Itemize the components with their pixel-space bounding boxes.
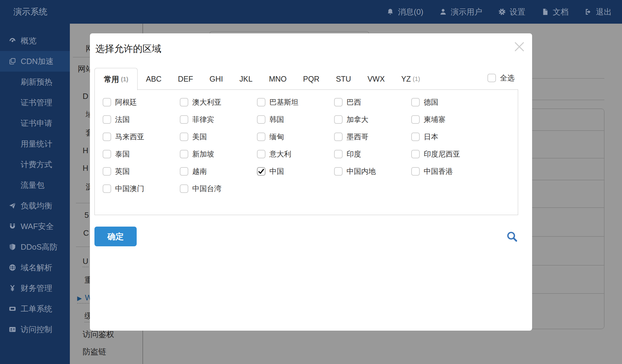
region-option[interactable]: 阿根廷 [103, 97, 180, 107]
tab-ABC[interactable]: ABC [138, 68, 169, 90]
region-label: 英国 [115, 167, 130, 176]
tab-JKL[interactable]: JKL [231, 68, 261, 90]
sidebar-item-label: 证书管理 [21, 97, 52, 108]
checkbox[interactable] [180, 98, 188, 106]
region-option[interactable]: 美国 [180, 132, 257, 142]
sidebar-item-12[interactable]: 域名解析 [0, 257, 70, 278]
sidebar-item-7[interactable]: 计费方式 [0, 154, 70, 175]
region-option[interactable]: 中国澳门 [103, 184, 180, 194]
close-icon[interactable] [511, 39, 527, 55]
region-option[interactable]: 中国内地 [334, 167, 411, 176]
checkbox[interactable] [257, 115, 265, 124]
nav-item-label: 退出 [596, 7, 612, 17]
sidebar-item-14[interactable]: 工单系统 [0, 298, 70, 319]
checkbox[interactable] [103, 184, 111, 193]
sidebar-item-9[interactable]: 负载均衡 [0, 195, 70, 216]
tab-label: PQR [303, 75, 320, 83]
region-label: 越南 [192, 167, 207, 176]
sidebar-item-8[interactable]: 流量包 [0, 175, 70, 195]
region-option[interactable]: 马来西亚 [103, 132, 180, 142]
sidebar-item-6[interactable]: 用量统计 [0, 133, 70, 154]
region-option[interactable]: 柬埔寨 [411, 115, 488, 124]
search-icon[interactable] [505, 229, 519, 244]
checkbox[interactable] [411, 133, 420, 141]
region-option[interactable]: 新加坡 [180, 149, 257, 159]
sidebar-item-5[interactable]: 证书申请 [0, 113, 70, 133]
region-label: 巴西 [347, 97, 361, 107]
tab-MNO[interactable]: MNO [261, 68, 295, 90]
tab-STU[interactable]: STU [328, 68, 359, 90]
checkbox[interactable] [411, 167, 420, 176]
sidebar-item-4[interactable]: 证书管理 [0, 92, 70, 113]
region-option[interactable]: 加拿大 [334, 115, 411, 124]
tab-YZ[interactable]: YZ(1) [393, 68, 428, 90]
region-option[interactable]: 菲律宾 [180, 115, 257, 124]
checkbox[interactable] [257, 133, 265, 141]
checkbox[interactable] [334, 133, 343, 141]
checkbox[interactable] [103, 133, 111, 141]
checkbox[interactable] [180, 167, 188, 176]
checkbox[interactable] [487, 74, 496, 82]
checkbox[interactable] [334, 167, 343, 176]
sidebar-item-15[interactable]: 访问控制 [0, 319, 70, 340]
checkbox[interactable] [103, 150, 111, 158]
tab-GHI[interactable]: GHI [201, 68, 231, 90]
checkbox[interactable] [257, 98, 265, 106]
nav-item-label: 消息(0) [398, 7, 423, 17]
checkbox[interactable] [180, 133, 188, 141]
checkbox-checked[interactable] [257, 167, 265, 176]
checkbox[interactable] [334, 115, 343, 124]
region-option[interactable]: 意大利 [257, 149, 334, 159]
region-option[interactable]: 印度 [334, 149, 411, 159]
checkbox[interactable] [180, 150, 188, 158]
sidebar-item-label: 概览 [21, 35, 36, 46]
confirm-button[interactable]: 确定 [94, 227, 137, 246]
region-option[interactable]: 英国 [103, 167, 180, 176]
region-option[interactable]: 中国香港 [411, 167, 488, 176]
region-option[interactable]: 缅甸 [257, 132, 334, 142]
checkbox[interactable] [334, 98, 343, 106]
region-option[interactable]: 印度尼西亚 [411, 149, 488, 159]
region-option[interactable]: 日本 [411, 132, 488, 142]
region-option[interactable]: 澳大利亚 [180, 97, 257, 107]
checkbox[interactable] [180, 115, 188, 124]
checkbox[interactable] [180, 184, 188, 193]
nav-item-2[interactable]: 演示用户 [439, 7, 482, 17]
checkbox[interactable] [103, 167, 111, 176]
nav-item-1[interactable]: 消息(0) [386, 7, 423, 17]
region-option[interactable]: 德国 [411, 97, 488, 107]
nav-item-3[interactable]: 设置 [498, 7, 525, 17]
region-option[interactable]: 巴基斯坦 [257, 97, 334, 107]
tab-VWX[interactable]: VWX [359, 68, 393, 90]
sidebar-item-11[interactable]: DDoS高防 [0, 237, 70, 257]
sidebar-item-1[interactable]: 概览 [0, 30, 70, 51]
select-all-checkbox[interactable]: 全选 [487, 73, 514, 83]
nav-item-4[interactable]: 文档 [541, 7, 569, 17]
tab-PQR[interactable]: PQR [295, 68, 328, 90]
region-option[interactable]: 韩国 [257, 115, 334, 124]
sidebar-item-10[interactable]: WAF安全 [0, 216, 70, 237]
checkbox[interactable] [411, 98, 420, 106]
tab-常用[interactable]: 常用(1) [94, 68, 138, 90]
nav-item-5[interactable]: 退出 [584, 7, 612, 17]
sidebar-item-2[interactable]: CDN加速 [0, 51, 70, 72]
checkbox[interactable] [411, 150, 420, 158]
region-option[interactable]: 越南 [180, 167, 257, 176]
region-option[interactable]: 中国台湾 [180, 184, 257, 194]
sidebar-item-13[interactable]: 财务管理 [0, 278, 70, 298]
checkbox[interactable] [334, 150, 343, 158]
tab-DEF[interactable]: DEF [170, 68, 201, 90]
checkbox[interactable] [103, 98, 111, 106]
region-option[interactable]: 墨西哥 [334, 132, 411, 142]
region-option[interactable]: 中国 [257, 167, 334, 176]
region-option[interactable]: 泰国 [103, 149, 180, 159]
region-option[interactable]: 巴西 [334, 97, 411, 107]
sidebar-item-3[interactable]: 刷新预热 [0, 72, 70, 92]
tab-label: MNO [269, 75, 286, 83]
checkbox[interactable] [411, 115, 420, 124]
checkbox[interactable] [103, 115, 111, 124]
nav-item-label: 设置 [510, 7, 525, 17]
region-option[interactable]: 法国 [103, 115, 180, 124]
checkbox[interactable] [257, 150, 265, 158]
region-label: 加拿大 [347, 115, 368, 124]
